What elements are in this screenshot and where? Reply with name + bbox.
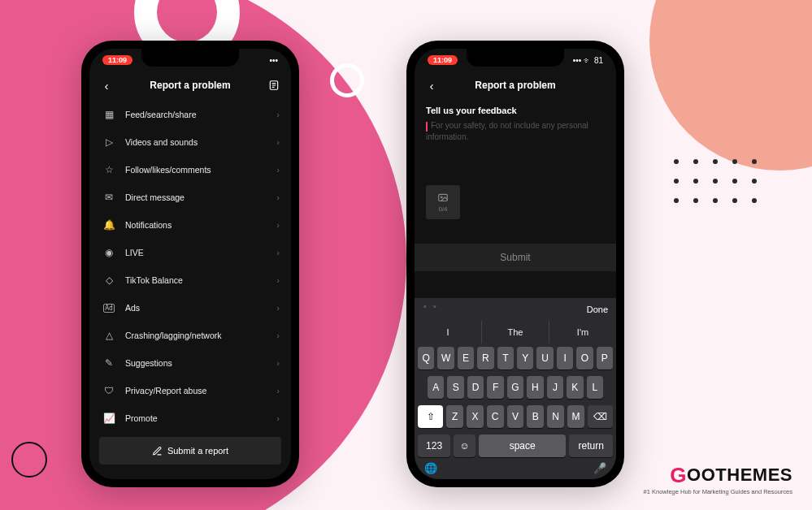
key-k[interactable]: K	[567, 376, 583, 399]
phone-notch	[141, 49, 239, 67]
key-emoji[interactable]: ☺	[454, 434, 475, 457]
feedback-heading: Tell us your feedback	[415, 99, 616, 120]
key-s[interactable]: S	[447, 376, 463, 399]
list-item[interactable]: ◇TikTok Balance›	[101, 266, 280, 294]
key-l[interactable]: L	[587, 376, 603, 399]
list-item-label: Follow/likes/comments	[125, 165, 211, 175]
nav-bar: ‹ Report a problem	[89, 71, 291, 99]
background-small-ring	[330, 63, 364, 97]
key-t[interactable]: T	[497, 347, 514, 370]
list-item-label: Crashing/lagging/network	[125, 331, 221, 340]
chevron-right-icon: ›	[276, 413, 280, 423]
key-v[interactable]: V	[507, 405, 524, 428]
list-item-label: Ads	[125, 303, 140, 313]
live-icon: ◉	[101, 247, 117, 258]
key-i[interactable]: I	[557, 347, 573, 370]
list-item-label: Privacy/Report abuse	[125, 386, 206, 395]
chevron-right-icon: ›	[276, 303, 280, 313]
status-time: 11:09	[102, 55, 132, 65]
chevron-right-icon: ›	[276, 165, 280, 175]
key-f[interactable]: F	[487, 376, 503, 399]
key-y[interactable]: Y	[517, 347, 533, 370]
phone-mockup-feedback: 11:09 ••• ᯤ 81 ‹ Report a problem Tell u…	[406, 41, 624, 487]
suggestion-key[interactable]: The	[481, 321, 549, 344]
list-item-label: Notifications	[125, 220, 172, 230]
keyboard-done-button[interactable]: Done	[587, 305, 608, 314]
submit-report-button[interactable]: Submit a report	[99, 437, 281, 465]
feedback-textarea[interactable]: For your safety, do not include any pers…	[426, 120, 605, 177]
list-item-label: Suggestions	[125, 358, 172, 368]
ads-icon: Ad	[101, 304, 117, 313]
key-shift[interactable]: ⇧	[418, 405, 443, 428]
status-time: 11:09	[428, 55, 458, 65]
list-item[interactable]: 🔔Notifications›	[101, 211, 280, 239]
brand-watermark: GOOTHEMES #1 Knowlege Hub for Marketing …	[644, 461, 792, 495]
attach-count: 0/4	[438, 205, 447, 213]
ios-keyboard: ˄ ˅ Done I The I'm Q W E R T Y U I O P	[415, 298, 616, 479]
key-return[interactable]: return	[569, 434, 613, 457]
list-item[interactable]: ✉Direct message›	[101, 184, 280, 211]
key-space[interactable]: space	[479, 434, 566, 457]
attach-image-button[interactable]: 0/4	[426, 185, 460, 219]
key-o[interactable]: O	[576, 347, 593, 370]
chevron-right-icon: ›	[276, 248, 280, 257]
list-item[interactable]: ✎Suggestions›	[101, 349, 280, 377]
promote-icon: 📈	[101, 413, 117, 424]
key-m[interactable]: M	[567, 405, 584, 428]
background-dot-grid	[674, 159, 771, 218]
key-h[interactable]: H	[527, 376, 543, 399]
key-numbers[interactable]: 123	[418, 434, 450, 457]
suggestion-key[interactable]: I	[415, 321, 481, 344]
chevron-right-icon: ›	[276, 137, 280, 147]
phone-notch	[467, 49, 564, 67]
list-item[interactable]: ▦Feed/search/share›	[101, 101, 280, 128]
key-u[interactable]: U	[536, 347, 553, 370]
key-a[interactable]: A	[428, 376, 444, 399]
problem-category-list: ▦Feed/search/share› ▷Videos and sounds› …	[89, 99, 291, 434]
notes-icon[interactable]	[267, 78, 281, 93]
key-w[interactable]: W	[437, 347, 454, 370]
key-j[interactable]: J	[547, 376, 563, 399]
phone-mockup-list: 11:09 ••• ‹ Report a problem ▦Feed/searc…	[81, 41, 299, 487]
mic-icon[interactable]: 🎤	[593, 462, 606, 474]
list-item[interactable]: AdAds›	[101, 294, 280, 322]
list-item[interactable]: 📈Promote›	[101, 404, 280, 432]
page-title: Report a problem	[415, 80, 616, 91]
chevron-right-icon: ›	[276, 275, 280, 285]
list-item[interactable]: △Crashing/lagging/network›	[101, 322, 280, 349]
list-item[interactable]: ◉LIVE›	[101, 239, 280, 266]
key-x[interactable]: X	[467, 405, 484, 428]
back-button[interactable]: ‹	[99, 78, 114, 93]
background-outline-ring	[11, 442, 47, 478]
key-n[interactable]: N	[547, 405, 564, 428]
submit-report-label: Submit a report	[167, 446, 228, 456]
page-title: Report a problem	[89, 80, 291, 91]
key-c[interactable]: C	[487, 405, 504, 428]
keyboard-nav-arrows[interactable]: ˄ ˅	[423, 305, 437, 315]
video-icon: ▷	[101, 136, 117, 148]
list-item[interactable]: ▷Videos and sounds›	[101, 128, 280, 156]
key-q[interactable]: Q	[418, 347, 434, 370]
key-d[interactable]: D	[467, 376, 484, 399]
chevron-right-icon: ›	[276, 192, 280, 202]
globe-icon[interactable]: 🌐	[424, 462, 437, 474]
suggestion-key[interactable]: I'm	[549, 321, 616, 344]
key-g[interactable]: G	[507, 376, 523, 399]
privacy-icon: 🛡	[101, 385, 117, 396]
list-item-label: LIVE	[125, 248, 144, 257]
list-item[interactable]: ☆Follow/likes/comments›	[101, 156, 280, 184]
list-item-label: TikTok Balance	[125, 275, 183, 285]
message-icon: ✉	[101, 192, 117, 203]
nav-bar: ‹ Report a problem	[415, 71, 616, 99]
key-b[interactable]: B	[527, 405, 544, 428]
submit-button[interactable]: Submit	[415, 244, 616, 271]
list-item[interactable]: 🛡Privacy/Report abuse›	[101, 377, 280, 404]
key-e[interactable]: E	[458, 347, 474, 370]
key-backspace[interactable]: ⌫	[588, 405, 613, 428]
key-z[interactable]: Z	[446, 405, 463, 428]
chevron-right-icon: ›	[276, 358, 280, 368]
image-icon	[436, 192, 449, 204]
key-r[interactable]: R	[477, 347, 493, 370]
back-button[interactable]: ‹	[424, 78, 439, 93]
key-p[interactable]: P	[597, 347, 613, 370]
